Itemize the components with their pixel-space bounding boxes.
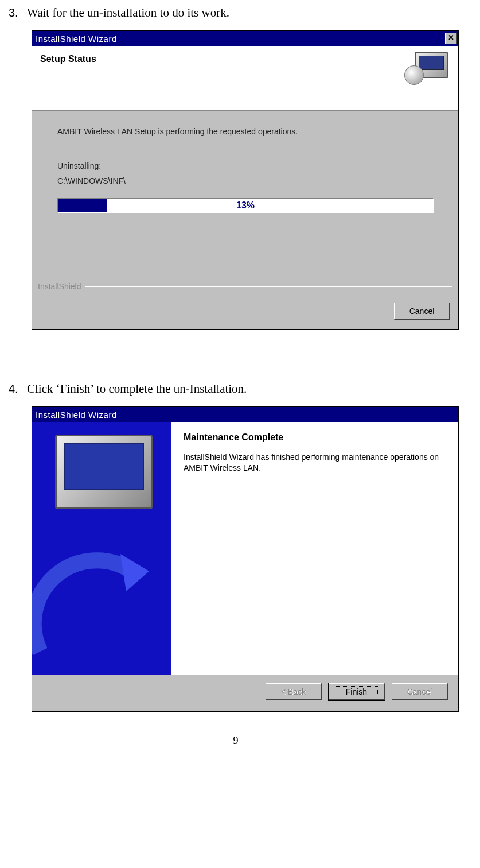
dialog-body: Setup Status AMBIT Wireless LAN Setup is… (32, 46, 458, 329)
setup-status-heading: Setup Status (40, 52, 96, 64)
operation-description: AMBIT Wireless LAN Setup is performing t… (57, 127, 433, 136)
page-number: 9 (9, 735, 463, 747)
dialog-body: Maintenance Complete InstallShield Wizar… (32, 422, 458, 711)
dialog-2-container: InstallShield Wizard Maintenance Complet… (32, 406, 463, 712)
step-4-text: Click ‘Finish’ to complete the un-Instal… (27, 382, 247, 396)
cancel-button[interactable]: Cancel (394, 303, 450, 320)
divider (85, 286, 453, 287)
uninstalling-path: C:\WINDOWS\INF\ (57, 176, 433, 185)
window-title: InstallShield Wizard (36, 410, 117, 420)
dialog-main: Maintenance Complete InstallShield Wizar… (32, 422, 458, 675)
cancel-button-label: Cancel (407, 687, 432, 696)
maintenance-complete-heading: Maintenance Complete (184, 432, 446, 443)
header-panel: Setup Status (32, 46, 458, 111)
finish-button-label: Finish (335, 686, 378, 698)
maintenance-complete-body: InstallShield Wizard has finished perfor… (184, 452, 446, 474)
back-button-label: < Back (281, 687, 306, 696)
finish-button[interactable]: Finish (329, 683, 385, 700)
installshield-dialog-complete: InstallShield Wizard Maintenance Complet… (32, 406, 459, 712)
button-row: < Back Finish Cancel (32, 675, 458, 711)
back-button: < Back (266, 683, 322, 700)
button-row: Cancel (32, 297, 458, 329)
installshield-dialog-progress: InstallShield Wizard ✕ Setup Status AMBI… (32, 30, 459, 330)
curved-arrow-icon (32, 537, 161, 669)
brand-label: InstallShield (38, 282, 81, 291)
uninstalling-label: Uninstalling: (57, 161, 433, 170)
brand-row: InstallShield (32, 282, 458, 297)
cancel-button-label: Cancel (409, 307, 435, 316)
spacer (9, 330, 463, 382)
cancel-button: Cancel (392, 683, 448, 700)
side-graphic (32, 422, 171, 675)
step-3-row: 3. Wait for the un-installation to do it… (9, 6, 463, 20)
close-button[interactable]: ✕ (445, 33, 457, 44)
close-icon: ✕ (448, 33, 454, 42)
titlebar: InstallShield Wizard ✕ (32, 31, 458, 46)
progress-fill (58, 199, 107, 212)
monitor-icon (55, 435, 153, 509)
progress-bar: 13% (57, 198, 434, 213)
dialog-1-container: InstallShield Wizard ✕ Setup Status AMBI… (32, 30, 463, 330)
right-panel: Maintenance Complete InstallShield Wizar… (171, 422, 458, 675)
disc-icon (404, 65, 424, 85)
monitor-screen-icon (419, 56, 444, 70)
step-4-number: 4. (9, 382, 27, 396)
window-title: InstallShield Wizard (36, 34, 117, 44)
svg-marker-0 (120, 554, 149, 591)
progress-content: AMBIT Wireless LAN Setup is performing t… (32, 111, 458, 282)
monitor-screen-icon (64, 443, 144, 490)
installer-graphic (403, 52, 448, 87)
step-4-row: 4. Click ‘Finish’ to complete the un-Ins… (9, 382, 463, 396)
step-3-text: Wait for the un-installation to do its w… (27, 6, 229, 20)
step-3-number: 3. (9, 6, 27, 20)
progress-percent-text: 13% (236, 200, 255, 211)
titlebar: InstallShield Wizard (32, 407, 458, 422)
